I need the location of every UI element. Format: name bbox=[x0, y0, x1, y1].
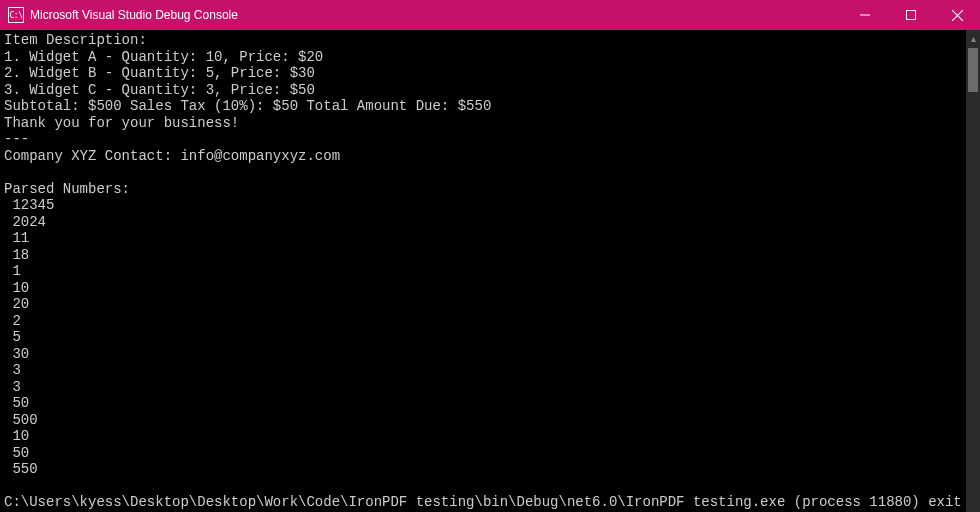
svg-rect-1 bbox=[907, 11, 916, 20]
maximize-button[interactable] bbox=[888, 0, 934, 30]
console-window: C:\ Microsoft Visual Studio Debug Consol… bbox=[0, 0, 980, 512]
titlebar[interactable]: C:\ Microsoft Visual Studio Debug Consol… bbox=[0, 0, 980, 30]
console-output[interactable]: Item Description: 1. Widget A - Quantity… bbox=[0, 30, 966, 512]
scroll-up-icon[interactable]: ▴ bbox=[966, 30, 980, 46]
scroll-thumb[interactable] bbox=[968, 48, 978, 92]
minimize-button[interactable] bbox=[842, 0, 888, 30]
client-area: Item Description: 1. Widget A - Quantity… bbox=[0, 30, 980, 512]
close-button[interactable] bbox=[934, 0, 980, 30]
vertical-scrollbar[interactable]: ▴ ▾ bbox=[966, 30, 980, 512]
window-title: Microsoft Visual Studio Debug Console bbox=[30, 8, 238, 22]
app-icon: C:\ bbox=[8, 7, 24, 23]
